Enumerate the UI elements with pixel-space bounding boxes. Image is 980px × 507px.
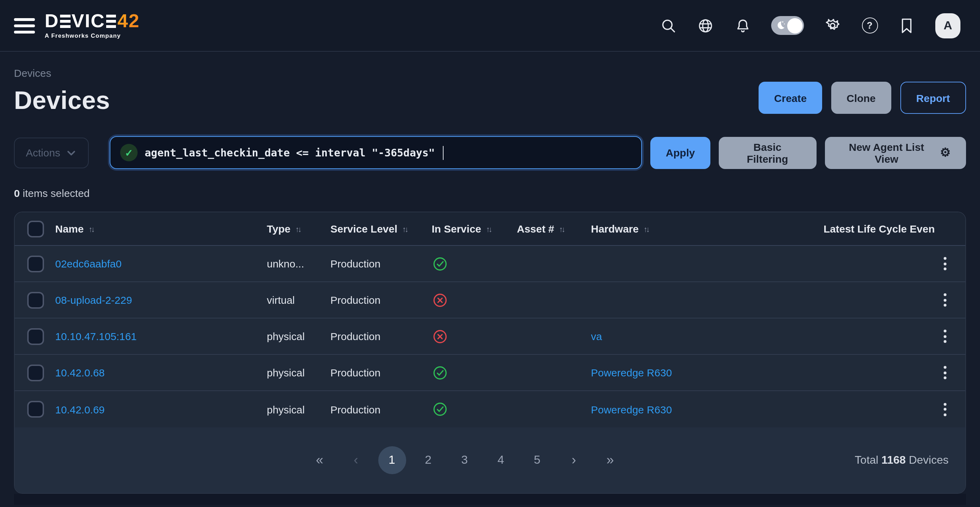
column-header-asset[interactable]: Asset #↑↓	[517, 223, 591, 235]
service-level-cell: Production	[330, 258, 432, 270]
create-button[interactable]: Create	[759, 82, 822, 114]
pagination-next[interactable]: ›	[560, 446, 587, 474]
type-cell: unkno...	[267, 258, 330, 270]
row-actions-kebab[interactable]	[935, 397, 956, 421]
hardware-link[interactable]: Poweredge R630	[591, 367, 824, 378]
logo-text: D	[45, 12, 59, 31]
pagination-first[interactable]: «	[305, 446, 333, 474]
row-actions-kebab[interactable]	[935, 252, 956, 275]
service-level-cell: Production	[330, 367, 432, 378]
device-name-link[interactable]: 02edc6aabfa0	[55, 258, 267, 270]
select-all-checkbox[interactable]	[27, 220, 44, 237]
logo-tagline: A Freshworks Company	[45, 33, 140, 39]
service-level-cell: Production	[330, 403, 432, 415]
logo-bar-e: E	[106, 15, 117, 28]
sort-icon: ↑↓	[644, 224, 649, 233]
column-header-latest-life-cycle-event[interactable]: Latest Life Cycle Event	[824, 223, 935, 235]
column-header-name[interactable]: Name↑↓	[55, 223, 267, 235]
new-agent-list-view-button[interactable]: New Agent List View ⚙	[824, 137, 966, 168]
toggle-knob	[787, 18, 802, 33]
device-name-link[interactable]: 10.10.47.105:161	[55, 330, 267, 342]
gear-icon: ⚙	[940, 147, 951, 159]
notifications-bell-icon[interactable]	[734, 17, 751, 34]
sort-icon: ↑↓	[559, 224, 564, 233]
chevron-down-icon	[66, 147, 77, 158]
table-row: 02edc6aabfa0 unkno... Production	[15, 246, 965, 282]
selection-status: 0 items selected	[14, 187, 966, 199]
basic-filtering-button[interactable]: Basic Filtering	[719, 137, 816, 168]
hamburger-menu-icon[interactable]	[14, 18, 35, 33]
device-name-link[interactable]: 10.42.0.68	[55, 367, 267, 378]
actions-dropdown[interactable]: Actions	[14, 137, 89, 168]
table-row: 10.42.0.68 physical Production Poweredge…	[15, 355, 965, 391]
in-service-status-icon	[432, 401, 517, 418]
row-checkbox[interactable]	[27, 255, 44, 272]
in-service-status-icon	[432, 364, 517, 381]
device-name-link[interactable]: 10.42.0.69	[55, 403, 267, 415]
devices-table: Name↑↓ Type↑↓ Service Level↑↓ In Service…	[14, 211, 966, 494]
pagination-last[interactable]: »	[596, 446, 624, 474]
row-checkbox[interactable]	[27, 328, 44, 345]
device42-logo[interactable]: DEVICE42 A Freshworks Company	[45, 12, 140, 39]
in-service-status-icon	[432, 255, 517, 272]
type-cell: physical	[267, 403, 330, 415]
service-level-cell: Production	[330, 330, 432, 342]
text-caret	[442, 146, 444, 160]
hardware-link[interactable]: Poweredge R630	[591, 403, 824, 415]
moon-icon	[775, 19, 786, 32]
check-circle-icon	[432, 401, 449, 418]
sort-icon: ↑↓	[89, 224, 94, 233]
bookmark-icon[interactable]	[898, 17, 915, 34]
device42-app: DEVICE42 A Freshworks Company	[0, 0, 980, 507]
logo-bar-e: E	[60, 15, 70, 28]
row-actions-kebab[interactable]	[935, 324, 956, 348]
in-service-status-icon	[432, 292, 517, 308]
hardware-link[interactable]: va	[591, 330, 824, 342]
settings-gear-icon[interactable]	[824, 17, 841, 34]
report-button[interactable]: Report	[900, 82, 966, 114]
pagination: «‹12345›»	[305, 446, 624, 474]
in-service-status-icon	[432, 328, 517, 345]
sort-icon: ↑↓	[486, 224, 491, 233]
query-valid-icon: ✓	[120, 144, 138, 161]
type-cell: physical	[267, 330, 330, 342]
row-checkbox[interactable]	[27, 292, 44, 308]
filter-query-input[interactable]: ✓ agent_last_checkin_date <= interval "-…	[110, 136, 642, 169]
total-count: Total 1168 Devices	[854, 454, 948, 467]
user-avatar[interactable]: A	[935, 13, 961, 38]
pagination-page-5[interactable]: 5	[523, 446, 551, 474]
table-header-row: Name↑↓ Type↑↓ Service Level↑↓ In Service…	[15, 212, 965, 246]
breadcrumb[interactable]: Devices	[14, 67, 966, 79]
query-text: agent_last_checkin_date <= interval "-36…	[145, 146, 435, 159]
apply-button[interactable]: Apply	[650, 137, 710, 168]
column-header-in-service[interactable]: In Service↑↓	[432, 223, 517, 235]
column-header-type[interactable]: Type↑↓	[267, 223, 330, 235]
dark-mode-toggle[interactable]	[771, 16, 804, 35]
pagination-page-3[interactable]: 3	[450, 446, 479, 474]
table-body: 02edc6aabfa0 unkno... Production 08-uplo…	[15, 246, 965, 428]
clone-button[interactable]: Clone	[831, 82, 891, 114]
logo-42: 42	[117, 12, 140, 31]
service-level-cell: Production	[330, 294, 432, 306]
help-icon[interactable]: ?	[861, 17, 878, 34]
device-name-link[interactable]: 08-upload-2-229	[55, 294, 267, 306]
search-icon[interactable]	[660, 17, 677, 34]
row-actions-kebab[interactable]	[935, 288, 956, 312]
table-row: 10.42.0.69 physical Production Poweredge…	[15, 391, 965, 428]
x-circle-icon	[432, 328, 449, 345]
page-title: Devices	[14, 86, 110, 115]
pagination-page-2[interactable]: 2	[414, 446, 442, 474]
x-circle-icon	[432, 292, 449, 308]
table-row: 10.10.47.105:161 physical Production va	[15, 318, 965, 355]
row-checkbox[interactable]	[27, 401, 44, 418]
table-row: 08-upload-2-229 virtual Production	[15, 282, 965, 318]
pagination-page-1[interactable]: 1	[378, 446, 406, 474]
column-header-service-level[interactable]: Service Level↑↓	[330, 223, 432, 235]
pagination-page-4[interactable]: 4	[487, 446, 515, 474]
column-header-hardware[interactable]: Hardware↑↓	[591, 223, 824, 235]
pagination-prev[interactable]: ‹	[342, 446, 369, 474]
row-actions-kebab[interactable]	[935, 361, 956, 385]
row-checkbox[interactable]	[27, 364, 44, 381]
globe-icon[interactable]	[697, 17, 714, 34]
top-bar: DEVICE42 A Freshworks Company	[0, 0, 980, 52]
